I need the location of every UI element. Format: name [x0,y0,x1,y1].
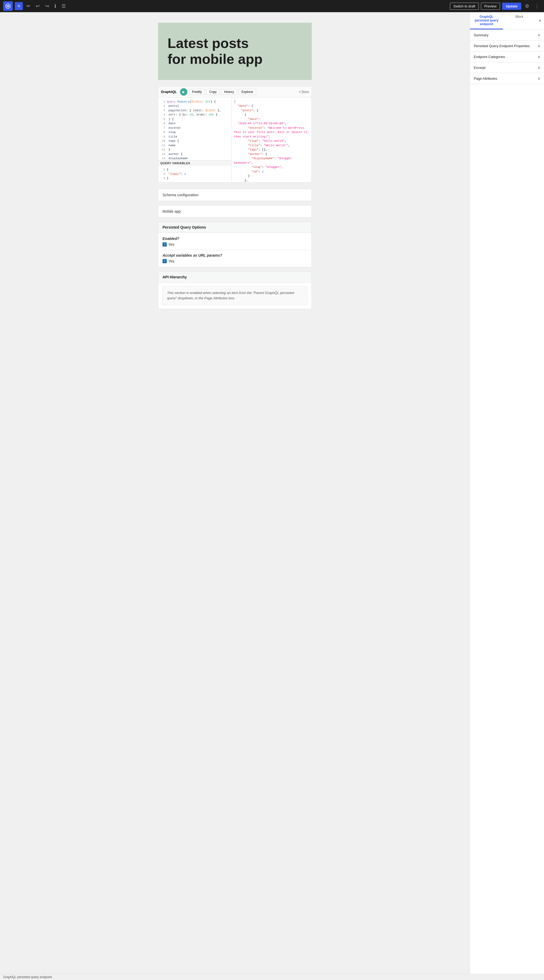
tools-button[interactable]: ☰ [60,2,67,10]
graphiql-docs-button[interactable]: < Docs [299,90,309,94]
sidebar-excerpt-chevron-icon: ∨ [538,65,540,70]
graphiql-explorer-button[interactable]: Explorer [239,89,256,95]
graphiql-copy-button[interactable]: Copy [206,89,220,95]
svg-text:W: W [6,5,10,8]
graphiql-query-panel: 1query MyQuery($limit: Int) { 2 posts( 3… [158,97,232,182]
enabled-label: Enabled? [163,237,307,241]
api-hierarchy-info: This section is enabled when selecting a… [163,286,307,305]
settings-button[interactable]: ⚙ [523,2,531,10]
sidebar-endpoint-cats-section: Endpoint Categories ∨ [470,51,544,62]
graphiql-result-panel: { "data": { "posts": [ { "date": "2020-0… [232,97,311,182]
more-options-button[interactable]: ⋮ [533,2,541,10]
graphiql-toolbar: GraphiQL ▶ Prettify Copy History Explore… [158,87,311,97]
sidebar-persisted-props-section: Persisted Query Endpoint Properties ∨ [470,41,544,51]
status-bar-text: GraphQL persisted query endpoint [3,975,52,979]
info-button[interactable]: ℹ [53,2,58,10]
graphiql-block: GraphiQL ▶ Prettify Copy History Explore… [158,86,312,183]
sidebar-endpoint-cats-label: Endpoint Categories [474,55,505,59]
sidebar-summary-header[interactable]: Summary ∨ [470,30,544,40]
sidebar-summary-label: Summary [474,33,488,37]
api-hierarchy-body: This section is enabled when selecting a… [158,283,311,309]
graphiql-body: 1query MyQuery($limit: Int) { 2 posts( 3… [158,97,311,182]
sidebar-summary-chevron-icon: ∨ [538,33,540,37]
accept-vars-label: Accept variables as URL params? [163,253,307,258]
sidebar-close-button[interactable]: × [536,12,544,29]
hero-title: Latest posts for mobile app [168,35,302,67]
graphiql-query-editor[interactable]: 1query MyQuery($limit: Int) { 2 posts( 3… [158,97,231,161]
accept-vars-checkbox[interactable]: ✓ [163,259,167,263]
graphiql-vars-bar[interactable]: QUERY VARIABLES [158,160,231,166]
mobile-app-card: Mobile app [158,205,312,218]
graphiql-title: GraphiQL [161,90,177,94]
sidebar-tab-block[interactable]: Block [503,12,536,29]
graphiql-history-button[interactable]: History [221,89,237,95]
sidebar-persisted-props-chevron-icon: ∨ [538,44,540,48]
sidebar-excerpt-header[interactable]: Excerpt ∨ [470,62,544,73]
sidebar-excerpt-section: Excerpt ∨ [470,62,544,73]
hero-block: Latest posts for mobile app [158,23,312,80]
sidebar-tabs: GraphQL persisted query endpoint Block × [470,12,544,30]
editor-inner: Latest posts for mobile app GraphiQL ▶ P… [158,23,312,309]
sidebar-page-attrs-label: Page Attributes [474,76,497,81]
graphiql-play-button[interactable]: ▶ [180,88,187,95]
sidebar-endpoint-cats-chevron-icon: ∨ [538,54,540,59]
persisted-query-options-body: Enabled? ✓ Yes Accept variables as URL p… [158,233,311,267]
update-button[interactable]: Update [502,3,521,10]
sidebar-page-attrs-chevron-icon: ∨ [538,76,540,81]
toolbar-right: Switch to draft Preview Update ⚙ ⋮ [450,2,541,10]
sidebar-excerpt-label: Excerpt [474,66,485,70]
enabled-text: Yes [168,242,174,247]
sidebar-page-attrs-section: Page Attributes ∨ [470,73,544,84]
persisted-query-options-section: Persisted Query Options Enabled? ✓ Yes A… [158,222,312,267]
graphiql-prettify-button[interactable]: Prettify [189,89,205,95]
sidebar-persisted-props-header[interactable]: Persisted Query Endpoint Properties ∨ [470,41,544,51]
mobile-app-label: Mobile app [163,209,181,213]
wp-logo-icon[interactable]: W [3,1,13,11]
api-hierarchy-header: API Hierarchy [158,272,311,283]
edit-mode-button[interactable]: ✏ [25,2,32,10]
persisted-query-options-header: Persisted Query Options [158,222,311,233]
sidebar-endpoint-cats-header[interactable]: Endpoint Categories ∨ [470,51,544,62]
schema-configuration-card: Schema configuration [158,189,312,201]
sidebar-persisted-props-label: Persisted Query Endpoint Properties [474,44,530,48]
enabled-checkbox[interactable]: ✓ [163,242,167,247]
enabled-value: ✓ Yes [163,242,307,247]
accept-vars-value: ✓ Yes [163,259,307,263]
redo-button[interactable]: ↪ [43,2,51,10]
right-sidebar: GraphQL persisted query endpoint Block ×… [470,12,544,980]
sidebar-page-attrs-header[interactable]: Page Attributes ∨ [470,73,544,84]
editor-area: Latest posts for mobile app GraphiQL ▶ P… [0,12,470,980]
toolbar: W + ✏ ↩ ↪ ℹ ☰ Switch to draft Preview Up… [0,0,544,12]
schema-configuration-label: Schema configuration [163,193,198,197]
status-bar: GraphQL persisted query endpoint [0,974,544,980]
sidebar-tab-graphql[interactable]: GraphQL persisted query endpoint [470,12,503,29]
add-block-button[interactable]: + [15,2,23,10]
graphiql-vars-editor[interactable]: 1{ 2 "limit": 2 3} [158,166,231,182]
switch-to-draft-button[interactable]: Switch to draft [450,3,479,10]
preview-button[interactable]: Preview [481,3,500,10]
accept-vars-text: Yes [168,259,174,263]
sidebar-summary-section: Summary ∨ [470,30,544,41]
api-hierarchy-section: API Hierarchy This section is enabled wh… [158,272,312,309]
main-layout: Latest posts for mobile app GraphiQL ▶ P… [0,12,544,980]
undo-button[interactable]: ↩ [34,2,41,10]
